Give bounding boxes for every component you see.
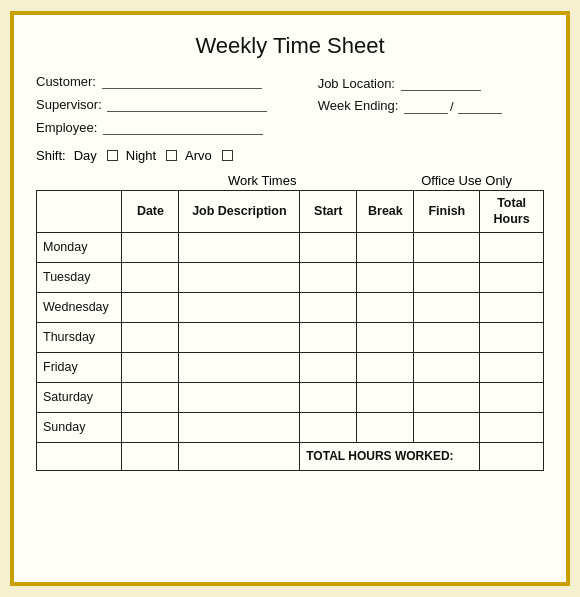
total-row-empty3 bbox=[179, 442, 300, 470]
table-subheader: Work Times Office Use Only bbox=[36, 173, 544, 188]
date-monday[interactable] bbox=[122, 232, 179, 262]
date-sunday[interactable] bbox=[122, 412, 179, 442]
break-monday[interactable] bbox=[357, 232, 414, 262]
start-wednesday[interactable] bbox=[300, 292, 357, 322]
employee-underline bbox=[103, 119, 263, 135]
finish-thursday[interactable] bbox=[414, 322, 480, 352]
day-saturday: Saturday bbox=[37, 382, 122, 412]
office-use-label: Office Use Only bbox=[421, 173, 512, 188]
total-hours-worked-value[interactable] bbox=[480, 442, 544, 470]
week-ending-year-underline bbox=[458, 98, 502, 114]
start-saturday[interactable] bbox=[300, 382, 357, 412]
table-row-sunday: Sunday bbox=[37, 412, 544, 442]
total-hours-worked-label: TOTAL HOURS WORKED: bbox=[300, 442, 480, 470]
day-sunday: Sunday bbox=[37, 412, 122, 442]
jobdesc-monday[interactable] bbox=[179, 232, 300, 262]
jobdesc-sunday[interactable] bbox=[179, 412, 300, 442]
finish-sunday[interactable] bbox=[414, 412, 480, 442]
finish-monday[interactable] bbox=[414, 232, 480, 262]
start-tuesday[interactable] bbox=[300, 262, 357, 292]
day-wednesday: Wednesday bbox=[37, 292, 122, 322]
finish-friday[interactable] bbox=[414, 352, 480, 382]
date-saturday[interactable] bbox=[122, 382, 179, 412]
col-header-date: Date bbox=[122, 191, 179, 233]
table-row-wednesday: Wednesday bbox=[37, 292, 544, 322]
break-saturday[interactable] bbox=[357, 382, 414, 412]
start-friday[interactable] bbox=[300, 352, 357, 382]
timesheet-page: Weekly Time Sheet Customer: Supervisor: … bbox=[10, 11, 570, 586]
finish-saturday[interactable] bbox=[414, 382, 480, 412]
table-row-monday: Monday bbox=[37, 232, 544, 262]
jobdesc-saturday[interactable] bbox=[179, 382, 300, 412]
customer-underline bbox=[102, 73, 262, 89]
table-total-row: TOTAL HOURS WORKED: bbox=[37, 442, 544, 470]
supervisor-underline bbox=[107, 96, 267, 112]
col-header-jobdesc: Job Description bbox=[179, 191, 300, 233]
shift-night-label: Night bbox=[126, 148, 156, 163]
total-wednesday[interactable] bbox=[480, 292, 544, 322]
total-friday[interactable] bbox=[480, 352, 544, 382]
break-tuesday[interactable] bbox=[357, 262, 414, 292]
break-thursday[interactable] bbox=[357, 322, 414, 352]
day-friday: Friday bbox=[37, 352, 122, 382]
total-row-empty1 bbox=[37, 442, 122, 470]
break-friday[interactable] bbox=[357, 352, 414, 382]
form-left: Customer: Supervisor: Employee: Shift: D… bbox=[36, 73, 308, 163]
total-row-empty2 bbox=[122, 442, 179, 470]
timesheet-table: Date Job Description Start Break Finish … bbox=[36, 190, 544, 471]
customer-field: Customer: bbox=[36, 73, 308, 89]
total-monday[interactable] bbox=[480, 232, 544, 262]
col-header-break: Break bbox=[357, 191, 414, 233]
table-header-row: Date Job Description Start Break Finish … bbox=[37, 191, 544, 233]
day-monday: Monday bbox=[37, 232, 122, 262]
col-header-finish: Finish bbox=[414, 191, 480, 233]
total-saturday[interactable] bbox=[480, 382, 544, 412]
shift-arvo-label: Arvo bbox=[185, 148, 212, 163]
jobdesc-wednesday[interactable] bbox=[179, 292, 300, 322]
jobdesc-friday[interactable] bbox=[179, 352, 300, 382]
job-location-field: Job Location: bbox=[318, 75, 544, 91]
page-title: Weekly Time Sheet bbox=[36, 33, 544, 59]
jobdesc-thursday[interactable] bbox=[179, 322, 300, 352]
total-sunday[interactable] bbox=[480, 412, 544, 442]
finish-wednesday[interactable] bbox=[414, 292, 480, 322]
table-row-saturday: Saturday bbox=[37, 382, 544, 412]
shift-row: Shift: Day Night Arvo bbox=[36, 148, 308, 163]
col-header-total: TotalHours bbox=[480, 191, 544, 233]
day-tuesday: Tuesday bbox=[37, 262, 122, 292]
employee-field: Employee: bbox=[36, 119, 308, 135]
col-header-start: Start bbox=[300, 191, 357, 233]
shift-day-checkbox[interactable] bbox=[107, 150, 118, 161]
col-header-day bbox=[37, 191, 122, 233]
job-location-underline bbox=[401, 75, 481, 91]
shift-night-checkbox[interactable] bbox=[166, 150, 177, 161]
total-thursday[interactable] bbox=[480, 322, 544, 352]
date-tuesday[interactable] bbox=[122, 262, 179, 292]
table-row-friday: Friday bbox=[37, 352, 544, 382]
break-sunday[interactable] bbox=[357, 412, 414, 442]
day-thursday: Thursday bbox=[37, 322, 122, 352]
start-thursday[interactable] bbox=[300, 322, 357, 352]
week-ending-date-underline bbox=[404, 98, 448, 114]
work-times-label: Work Times bbox=[228, 173, 296, 188]
date-wednesday[interactable] bbox=[122, 292, 179, 322]
jobdesc-tuesday[interactable] bbox=[179, 262, 300, 292]
shift-arvo-checkbox[interactable] bbox=[222, 150, 233, 161]
supervisor-field: Supervisor: bbox=[36, 96, 308, 112]
table-row-tuesday: Tuesday bbox=[37, 262, 544, 292]
date-thursday[interactable] bbox=[122, 322, 179, 352]
finish-tuesday[interactable] bbox=[414, 262, 480, 292]
form-right: Job Location: Week Ending: / bbox=[318, 73, 544, 163]
week-ending-field: Week Ending: / bbox=[318, 98, 544, 114]
shift-day-label: Day bbox=[74, 148, 97, 163]
total-tuesday[interactable] bbox=[480, 262, 544, 292]
date-friday[interactable] bbox=[122, 352, 179, 382]
form-section: Customer: Supervisor: Employee: Shift: D… bbox=[36, 73, 544, 163]
start-sunday[interactable] bbox=[300, 412, 357, 442]
table-row-thursday: Thursday bbox=[37, 322, 544, 352]
break-wednesday[interactable] bbox=[357, 292, 414, 322]
start-monday[interactable] bbox=[300, 232, 357, 262]
